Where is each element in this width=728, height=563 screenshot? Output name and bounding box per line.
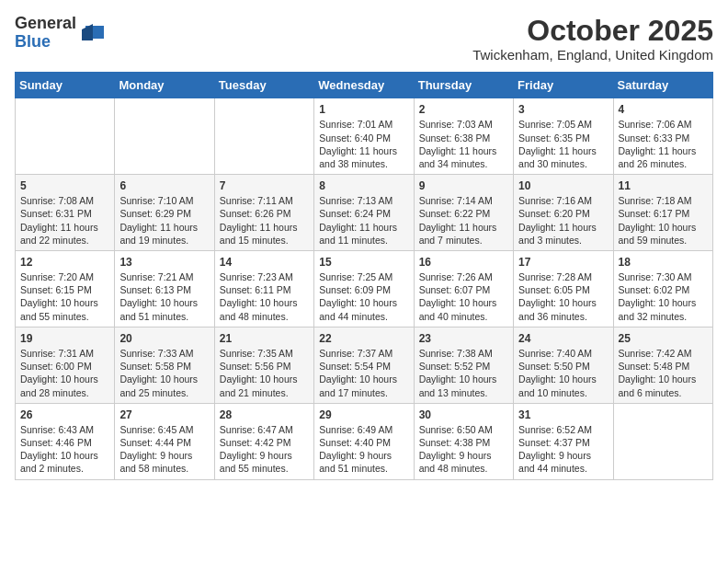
calendar-cell: 4Sunrise: 7:06 AM Sunset: 6:33 PM Daylig… — [613, 98, 712, 175]
calendar-cell: 1Sunrise: 7:01 AM Sunset: 6:40 PM Daylig… — [314, 98, 414, 175]
calendar-cell — [613, 403, 712, 479]
calendar-cell: 27Sunrise: 6:45 AM Sunset: 4:44 PM Dayli… — [115, 403, 214, 479]
day-info: Sunrise: 7:01 AM Sunset: 6:40 PM Dayligh… — [319, 119, 397, 169]
day-info: Sunrise: 7:13 AM Sunset: 6:24 PM Dayligh… — [319, 195, 397, 246]
day-info: Sunrise: 7:11 AM Sunset: 6:26 PM Dayligh… — [220, 195, 298, 246]
day-number: 16 — [419, 255, 508, 270]
day-header-tuesday: Tuesday — [214, 73, 313, 98]
logo-blue-text: Blue — [15, 33, 76, 52]
logo-general-text: General — [15, 15, 76, 33]
day-info: Sunrise: 6:47 AM Sunset: 4:42 PM Dayligh… — [220, 424, 293, 475]
month-title: October 2025 — [472, 15, 713, 47]
day-info: Sunrise: 7:42 AM Sunset: 5:48 PM Dayligh… — [619, 348, 697, 398]
day-number: 30 — [419, 408, 508, 422]
day-number: 31 — [518, 408, 608, 422]
day-number: 25 — [619, 331, 708, 346]
calendar-cell: 2Sunrise: 7:03 AM Sunset: 6:38 PM Daylig… — [414, 98, 513, 175]
calendar-cell: 5Sunrise: 7:08 AM Sunset: 6:31 PM Daylig… — [16, 175, 115, 251]
calendar-cell: 21Sunrise: 7:35 AM Sunset: 5:56 PM Dayli… — [214, 327, 313, 403]
page-header: General Blue October 2025 Twickenham, En… — [15, 15, 713, 63]
day-number: 6 — [119, 178, 209, 193]
day-info: Sunrise: 7:14 AM Sunset: 6:22 PM Dayligh… — [419, 195, 497, 246]
day-info: Sunrise: 7:40 AM Sunset: 5:50 PM Dayligh… — [518, 348, 597, 398]
calendar-cell: 31Sunrise: 6:52 AM Sunset: 4:37 PM Dayli… — [514, 403, 613, 479]
calendar-cell: 18Sunrise: 7:30 AM Sunset: 6:02 PM Dayli… — [613, 250, 712, 327]
day-number: 1 — [319, 102, 408, 117]
day-number: 17 — [518, 255, 608, 270]
day-number: 8 — [319, 178, 408, 193]
calendar-cell: 7Sunrise: 7:11 AM Sunset: 6:26 PM Daylig… — [214, 175, 313, 251]
calendar-cell — [115, 98, 214, 175]
day-info: Sunrise: 7:23 AM Sunset: 6:11 PM Dayligh… — [220, 271, 298, 322]
day-number: 22 — [319, 331, 408, 346]
calendar-cell: 3Sunrise: 7:05 AM Sunset: 6:35 PM Daylig… — [514, 98, 613, 175]
day-number: 7 — [220, 178, 309, 193]
calendar-cell — [16, 98, 115, 175]
calendar-week-1: 1Sunrise: 7:01 AM Sunset: 6:40 PM Daylig… — [16, 98, 713, 175]
day-number: 29 — [319, 408, 408, 422]
calendar-cell: 9Sunrise: 7:14 AM Sunset: 6:22 PM Daylig… — [414, 175, 513, 251]
location: Twickenham, England, United Kingdom — [472, 47, 713, 63]
calendar-cell: 14Sunrise: 7:23 AM Sunset: 6:11 PM Dayli… — [214, 250, 313, 327]
day-info: Sunrise: 7:30 AM Sunset: 6:02 PM Dayligh… — [619, 271, 697, 322]
logo: General Blue — [15, 15, 104, 52]
day-info: Sunrise: 7:18 AM Sunset: 6:17 PM Dayligh… — [619, 195, 697, 246]
calendar-cell: 29Sunrise: 6:49 AM Sunset: 4:40 PM Dayli… — [314, 403, 414, 479]
day-info: Sunrise: 7:31 AM Sunset: 6:00 PM Dayligh… — [20, 348, 98, 398]
day-number: 3 — [518, 102, 608, 117]
calendar-cell: 28Sunrise: 6:47 AM Sunset: 4:42 PM Dayli… — [214, 403, 313, 479]
calendar-cell: 23Sunrise: 7:38 AM Sunset: 5:52 PM Dayli… — [414, 327, 513, 403]
calendar-cell: 11Sunrise: 7:18 AM Sunset: 6:17 PM Dayli… — [613, 175, 712, 251]
day-info: Sunrise: 7:25 AM Sunset: 6:09 PM Dayligh… — [319, 271, 397, 322]
day-number: 2 — [419, 102, 508, 117]
calendar-cell: 25Sunrise: 7:42 AM Sunset: 5:48 PM Dayli… — [613, 327, 712, 403]
calendar-cell: 26Sunrise: 6:43 AM Sunset: 4:46 PM Dayli… — [16, 403, 115, 479]
day-info: Sunrise: 7:05 AM Sunset: 6:35 PM Dayligh… — [518, 119, 597, 169]
day-number: 5 — [20, 178, 109, 193]
day-number: 10 — [518, 178, 608, 193]
day-info: Sunrise: 6:43 AM Sunset: 4:46 PM Dayligh… — [20, 424, 98, 475]
day-info: Sunrise: 7:06 AM Sunset: 6:33 PM Dayligh… — [619, 119, 697, 169]
calendar-table: SundayMondayTuesdayWednesdayThursdayFrid… — [15, 72, 713, 479]
day-header-saturday: Saturday — [613, 73, 712, 98]
day-info: Sunrise: 7:33 AM Sunset: 5:58 PM Dayligh… — [119, 348, 198, 398]
day-number: 24 — [518, 331, 608, 346]
calendar-cell: 8Sunrise: 7:13 AM Sunset: 6:24 PM Daylig… — [314, 175, 414, 251]
days-header-row: SundayMondayTuesdayWednesdayThursdayFrid… — [16, 73, 713, 98]
calendar-week-5: 26Sunrise: 6:43 AM Sunset: 4:46 PM Dayli… — [16, 403, 713, 479]
day-info: Sunrise: 7:10 AM Sunset: 6:29 PM Dayligh… — [119, 195, 198, 246]
day-number: 27 — [119, 408, 209, 422]
day-info: Sunrise: 6:49 AM Sunset: 4:40 PM Dayligh… — [319, 424, 392, 475]
day-number: 11 — [619, 178, 708, 193]
day-header-wednesday: Wednesday — [314, 73, 414, 98]
day-number: 13 — [119, 255, 209, 270]
day-info: Sunrise: 7:35 AM Sunset: 5:56 PM Dayligh… — [220, 348, 298, 398]
calendar-cell: 6Sunrise: 7:10 AM Sunset: 6:29 PM Daylig… — [115, 175, 214, 251]
calendar-cell: 24Sunrise: 7:40 AM Sunset: 5:50 PM Dayli… — [514, 327, 613, 403]
calendar-week-4: 19Sunrise: 7:31 AM Sunset: 6:00 PM Dayli… — [16, 327, 713, 403]
day-number: 28 — [220, 408, 309, 422]
calendar-week-3: 12Sunrise: 7:20 AM Sunset: 6:15 PM Dayli… — [16, 250, 713, 327]
title-block: October 2025 Twickenham, England, United… — [472, 15, 713, 63]
day-number: 26 — [20, 408, 109, 422]
day-info: Sunrise: 6:52 AM Sunset: 4:37 PM Dayligh… — [518, 424, 592, 475]
day-number: 23 — [419, 331, 508, 346]
day-info: Sunrise: 6:50 AM Sunset: 4:38 PM Dayligh… — [419, 424, 493, 475]
calendar-cell: 22Sunrise: 7:37 AM Sunset: 5:54 PM Dayli… — [314, 327, 414, 403]
calendar-cell: 20Sunrise: 7:33 AM Sunset: 5:58 PM Dayli… — [115, 327, 214, 403]
day-number: 14 — [220, 255, 309, 270]
day-header-monday: Monday — [115, 73, 214, 98]
day-info: Sunrise: 7:21 AM Sunset: 6:13 PM Dayligh… — [119, 271, 198, 322]
day-info: Sunrise: 7:03 AM Sunset: 6:38 PM Dayligh… — [419, 119, 497, 169]
day-info: Sunrise: 7:38 AM Sunset: 5:52 PM Dayligh… — [419, 348, 497, 398]
day-info: Sunrise: 6:45 AM Sunset: 4:44 PM Dayligh… — [119, 424, 193, 475]
day-info: Sunrise: 7:26 AM Sunset: 6:07 PM Dayligh… — [419, 271, 497, 322]
day-number: 12 — [20, 255, 109, 270]
day-header-thursday: Thursday — [414, 73, 513, 98]
day-number: 20 — [119, 331, 209, 346]
day-info: Sunrise: 7:16 AM Sunset: 6:20 PM Dayligh… — [518, 195, 597, 246]
day-info: Sunrise: 7:08 AM Sunset: 6:31 PM Dayligh… — [20, 195, 98, 246]
day-info: Sunrise: 7:37 AM Sunset: 5:54 PM Dayligh… — [319, 348, 397, 398]
calendar-cell: 10Sunrise: 7:16 AM Sunset: 6:20 PM Dayli… — [514, 175, 613, 251]
calendar-cell: 19Sunrise: 7:31 AM Sunset: 6:00 PM Dayli… — [16, 327, 115, 403]
